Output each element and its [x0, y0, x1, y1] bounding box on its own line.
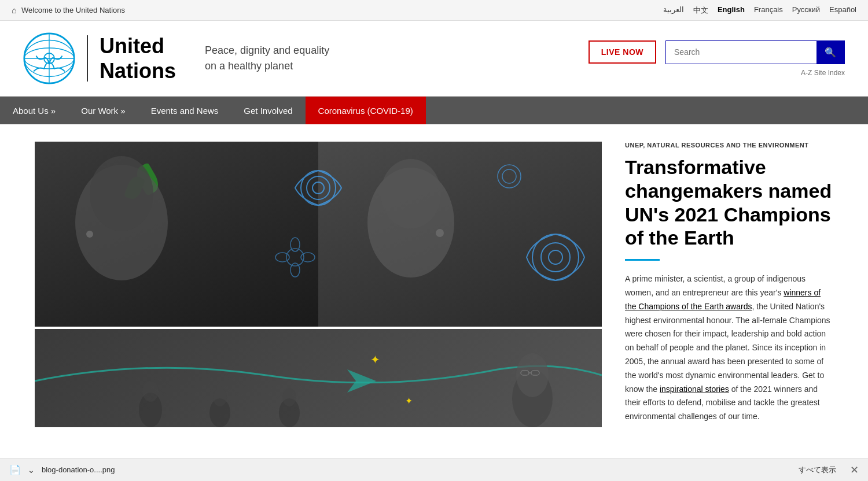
un-emblem: [23, 32, 75, 84]
hero-face-left: [35, 142, 318, 327]
tagline: Peace, dignity and equality on a healthy…: [205, 43, 329, 74]
svg-point-11: [436, 229, 444, 237]
logo-area: United Nations: [23, 32, 176, 84]
header-right: LIVE NOW 🔍 A-Z Site Index: [589, 40, 845, 77]
live-now-button[interactable]: LIVE NOW: [589, 40, 656, 64]
nav-item-involved[interactable]: Get Involved: [231, 97, 305, 124]
svg-text:✦: ✦: [370, 353, 380, 366]
navigation: About Us » Our Work » Events and News Ge…: [0, 97, 868, 124]
org-name: United Nations: [100, 34, 176, 83]
article-title: Transformative changemakers named UN's 2…: [625, 156, 833, 250]
svg-text:✦: ✦: [405, 396, 413, 406]
az-site-index[interactable]: A-Z Site Index: [801, 69, 845, 77]
article-divider: [625, 259, 660, 261]
welcome-text: Welcome to the United Nations: [21, 6, 663, 14]
language-list: العربية 中文 English Français Русский Espa…: [663, 5, 856, 16]
article-category: UNEP, NATURAL RESOURCES AND THE ENVIRONM…: [625, 142, 833, 149]
face-svg-right: [353, 147, 469, 309]
svg-point-7: [90, 156, 153, 231]
lang-zh[interactable]: 中文: [693, 5, 708, 16]
search-area: 🔍: [665, 40, 845, 64]
header: United Nations Peace, dignity and equali…: [0, 21, 868, 97]
hero-face-right: [318, 142, 602, 327]
svg-point-32: [282, 388, 296, 406]
search-icon: 🔍: [825, 47, 836, 57]
hero-image-top: [35, 142, 602, 327]
nav-item-covid[interactable]: Coronavirus (COVID-19): [306, 97, 426, 124]
header-controls: LIVE NOW 🔍: [589, 40, 845, 64]
svg-point-30: [213, 388, 227, 406]
top-bar: ⌂ Welcome to the United Nations العربية …: [0, 0, 868, 21]
lang-fr[interactable]: Français: [754, 5, 783, 16]
svg-point-10: [381, 159, 441, 228]
hero-bottom-svg: ✦ ✦: [35, 329, 602, 427]
main-content: ✦ ✦: [0, 124, 868, 445]
svg-point-8: [86, 231, 93, 238]
lang-es[interactable]: Español: [829, 5, 856, 16]
home-icon: ⌂: [12, 5, 17, 15]
nav-item-work[interactable]: Our Work »: [68, 97, 138, 124]
article-body-p1: A prime minister, a scientist, a group o…: [625, 274, 806, 297]
search-input[interactable]: [666, 42, 816, 62]
logo-divider: [87, 35, 88, 82]
hero-image-bottom: ✦ ✦: [35, 329, 602, 427]
article-sidebar: UNEP, NATURAL RESOURCES AND THE ENVIRONM…: [602, 142, 833, 427]
lang-ar[interactable]: العربية: [663, 5, 684, 16]
nav-item-events[interactable]: Events and News: [138, 97, 231, 124]
stories-link[interactable]: inspirational stories: [660, 384, 729, 394]
face-svg-left: [64, 147, 179, 309]
search-button[interactable]: 🔍: [816, 41, 844, 64]
svg-point-28: [142, 381, 159, 402]
lang-ru[interactable]: Русский: [792, 5, 820, 16]
hero-images: ✦ ✦: [35, 142, 602, 427]
article-body-p2: , the United Nation's highest environmen…: [625, 302, 830, 394]
article-body: A prime minister, a scientist, a group o…: [625, 272, 833, 424]
lang-en[interactable]: English: [718, 5, 745, 16]
nav-item-about[interactable]: About Us »: [0, 97, 68, 124]
